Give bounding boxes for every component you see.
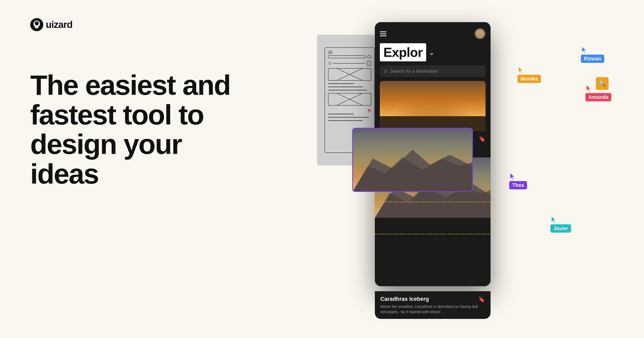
- hamburger-menu[interactable]: [380, 31, 386, 36]
- thea-label: Thea: [509, 181, 527, 189]
- cursor-rizwan: Rizwan: [581, 46, 604, 63]
- amanda-label: Amanda: [585, 93, 611, 101]
- card-text-1: Troll Cave Even during the daytime, a tr…: [380, 135, 465, 153]
- explore-title: Explor: [383, 45, 423, 60]
- wf-text-line: [328, 117, 369, 118]
- card-info-1: Troll Cave Even during the daytime, a tr…: [375, 135, 491, 157]
- mobile-app-card: Explor ⌄ ⊙ Search for a destination Trol…: [375, 22, 491, 286]
- wf-text-line: [328, 83, 354, 84]
- card-desc-1: Even during the daytime, a troll cave is…: [380, 143, 465, 153]
- monika-cursor-icon: [517, 66, 525, 74]
- wf-image-box-2: [328, 93, 371, 106]
- uizard-logo-icon: [30, 18, 43, 31]
- logo: uizard: [30, 18, 72, 31]
- right-panel: ⊙ ⌕ 🔖: [302, 22, 624, 314]
- svg-point-2: [35, 21, 39, 25]
- chevron-down-icon[interactable]: ⌄: [429, 48, 434, 57]
- wf-hamburger: [328, 51, 333, 54]
- caradhras-text: Caradhras Iceberg Below the snowline, Ca…: [380, 296, 478, 314]
- hero-title: The easiest and fastest tool to design y…: [30, 70, 236, 189]
- wireframe-sketch: ⊙ ⌕ 🔖: [325, 47, 375, 153]
- caradhras-desc: Below the snowline, Caradhras is describ…: [380, 304, 478, 314]
- location-icon: ⊙: [384, 68, 388, 74]
- wf-text-line: [328, 120, 363, 121]
- search-bar[interactable]: ⊙ Search for a destination: [380, 65, 486, 77]
- cursor-amanda: Amanda: [585, 84, 611, 101]
- app-header: [375, 22, 491, 43]
- explore-title-box: Explor: [380, 43, 426, 61]
- destination-image-cave: [380, 81, 486, 131]
- mobile-app-inner: Explor ⌄ ⊙ Search for a destination Trol…: [375, 22, 491, 286]
- card-title-1: Troll Cave: [380, 135, 465, 142]
- wf-text-line: [328, 87, 363, 87]
- hero-section: The easiest and fastest tool to design y…: [30, 70, 236, 189]
- svg-point-3: [35, 26, 38, 28]
- cursor-thea: Thea: [509, 173, 527, 189]
- rizwan-label: Rizwan: [581, 55, 604, 63]
- thea-cursor-icon: [509, 173, 516, 181]
- mountain-section: [375, 157, 491, 218]
- javier-label: Javier: [550, 224, 571, 233]
- caradhras-card: Caradhras Iceberg Below the snowline, Ca…: [375, 291, 491, 319]
- amanda-cursor-icon: [585, 84, 592, 93]
- bookmark-icon-2[interactable]: 🔖: [478, 296, 485, 303]
- mountain-peaks-svg: [375, 173, 491, 218]
- explore-section: Explor ⌄: [375, 43, 491, 65]
- cursor-monika: Monika: [517, 66, 541, 83]
- wf-image-box-1: [328, 68, 371, 81]
- rizwan-cursor-icon: [581, 46, 588, 54]
- javier-cursor-icon: [550, 216, 557, 224]
- monika-label: Monika: [517, 75, 541, 83]
- user-avatar[interactable]: [474, 28, 486, 39]
- bookmark-icon-1[interactable]: 🔖: [479, 136, 486, 142]
- logo-text: uizard: [46, 19, 72, 30]
- cave-silhouette: [380, 116, 486, 131]
- search-placeholder-text: Search for a destination: [390, 69, 438, 74]
- wf-text-line: [328, 90, 367, 91]
- wf-text-line: [328, 114, 354, 114]
- cursor-javier: Javier: [550, 216, 571, 233]
- caradhras-title: Caradhras Iceberg: [380, 296, 478, 302]
- wireframe-card: ⊙ ⌕ 🔖: [317, 35, 382, 165]
